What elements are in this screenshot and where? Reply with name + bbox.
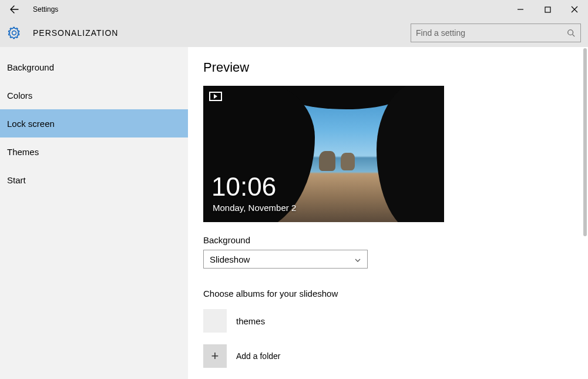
albums-label: Choose albums for your slideshow [203, 289, 565, 298]
maximize-button[interactable] [534, 0, 561, 19]
titlebar: Settings [0, 0, 588, 19]
sidebar-item-background[interactable]: Background [0, 53, 188, 81]
arrow-left-icon [9, 5, 19, 14]
album-name: themes [236, 316, 265, 326]
minimize-icon [517, 6, 524, 13]
sidebar: Background Colors Lock screen Themes Sta… [0, 47, 188, 379]
search-input[interactable] [416, 28, 566, 38]
sidebar-item-label: Themes [7, 147, 39, 157]
body: Background Colors Lock screen Themes Sta… [0, 47, 588, 379]
scrollbar-thumb[interactable] [583, 48, 587, 236]
plus-icon: + [203, 344, 227, 368]
section-title: PERSONALIZATION [33, 28, 118, 38]
settings-gear[interactable] [0, 26, 28, 39]
add-folder-label: Add a folder [236, 351, 281, 361]
gear-icon [8, 26, 21, 39]
close-button[interactable] [561, 0, 588, 19]
background-dropdown[interactable]: Slideshow [203, 250, 368, 269]
sidebar-item-start[interactable]: Start [0, 166, 188, 194]
lock-screen-time: 10:06 [211, 174, 276, 200]
lock-screen-preview: 10:06 Monday, November 2 [203, 86, 444, 222]
sidebar-item-label: Start [7, 175, 26, 185]
content-wrap: Preview 10:06 Monday, November 2 Backgro… [188, 47, 588, 379]
preview-heading: Preview [203, 60, 565, 75]
sidebar-item-themes[interactable]: Themes [0, 137, 188, 166]
add-folder-button[interactable]: + Add a folder [203, 344, 565, 368]
sidebar-item-label: Background [7, 62, 54, 72]
background-label: Background [203, 235, 565, 245]
sidebar-item-label: Lock screen [7, 119, 55, 129]
background-dropdown-value: Slideshow [210, 254, 250, 264]
header-row: PERSONALIZATION [0, 19, 588, 47]
sidebar-item-lock-screen[interactable]: Lock screen [0, 109, 188, 137]
minimize-button[interactable] [507, 0, 534, 19]
svg-rect-0 [545, 7, 550, 12]
search-box[interactable] [411, 24, 581, 42]
sidebar-item-colors[interactable]: Colors [0, 81, 188, 109]
content: Preview 10:06 Monday, November 2 Backgro… [188, 47, 582, 379]
sidebar-item-label: Colors [7, 90, 32, 100]
maximize-icon [545, 6, 551, 13]
album-row[interactable]: themes [203, 309, 565, 333]
svg-point-1 [568, 29, 573, 35]
slideshow-indicator-icon [209, 92, 222, 101]
back-button[interactable] [0, 0, 28, 19]
window-title: Settings [33, 5, 58, 14]
search-icon [566, 28, 576, 38]
close-icon [571, 6, 578, 13]
chevron-down-icon [354, 256, 361, 263]
lock-screen-date: Monday, November 2 [213, 203, 296, 213]
album-thumbnail [203, 309, 227, 333]
